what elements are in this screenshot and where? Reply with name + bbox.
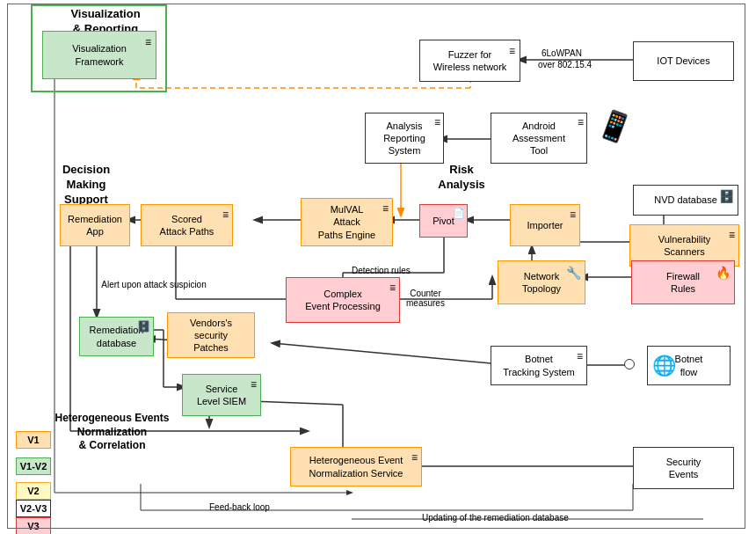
service-siem-box: ServiceLevel SIEM ≡: [182, 374, 261, 416]
over802-label: over 802.15.4: [538, 60, 592, 69]
importer-box: Importer ≡: [510, 204, 580, 246]
vendors-patches-box: Vendors'ssecurityPatches: [167, 312, 255, 358]
botnet-tracking-box: BotnetTracking System ≡: [491, 346, 587, 385]
remediation-app-box: RemediationApp: [60, 204, 130, 246]
analysis-reporting-box: AnalysisReportingSystem ≡: [365, 113, 444, 164]
svg-line-26: [273, 343, 510, 365]
risk-analysis-label: RiskAnalysis: [422, 163, 501, 193]
legend-v3: V3: [16, 517, 51, 534]
legend-v1: V1: [16, 431, 51, 449]
updating-label: Updating of the remediation database: [422, 513, 569, 523]
feedback-loop-label: Feed-back loop: [209, 502, 270, 512]
het-norm-service-box: Heterogeneous EventNormalization Service…: [290, 447, 422, 486]
legend-v2: V2: [16, 482, 51, 500]
detection-rules-label: Detection rules: [352, 266, 411, 275]
legend-v2v3: V2-V3: [16, 500, 51, 517]
firewall-rules-box: FirewallRules 🔥: [631, 260, 735, 304]
botnet-flow-box: Botnetflow 🌐: [647, 346, 731, 385]
counter-measures-label: Countermeasures: [406, 289, 445, 308]
nvd-database-box: NVD database 🗄️: [633, 185, 738, 216]
diagram: Visualization& Reporting VisualizationFr…: [0, 0, 756, 534]
botnet-circle: [624, 359, 635, 369]
security-events-box: SecurityEvents: [633, 447, 734, 489]
iot-devices-box: IOT Devices: [633, 41, 734, 81]
scored-attack-box: ScoredAttack Paths ≡: [141, 204, 233, 246]
decision-making-label: DecisionMakingSupport: [42, 163, 130, 208]
pivot-box: Pivot 📄: [419, 204, 468, 238]
legend-v1v2: V1-V2: [16, 457, 51, 475]
mulval-box: MulVALAttackPaths Engine ≡: [301, 198, 393, 246]
alert-attack-label: Alert upon attack suspicion: [88, 280, 220, 289]
viz-reporting-section: [31, 4, 167, 92]
network-topology-box: NetworkTopology 🔧: [498, 260, 585, 304]
fuzzer-box: Fuzzer forWireless network ≡: [419, 40, 520, 82]
6lowpan-label: 6LoWPAN: [542, 48, 582, 58]
remediation-db-box: Remediationdatabase 🗄️: [79, 317, 154, 356]
complex-event-box: ComplexEvent Processing ≡: [286, 277, 400, 323]
phone-icon: 📱: [593, 105, 638, 148]
het-events-label: Heterogeneous EventsNormalization& Corre…: [44, 412, 180, 453]
android-tool-box: AndroidAssessmentTool ≡: [491, 113, 587, 164]
